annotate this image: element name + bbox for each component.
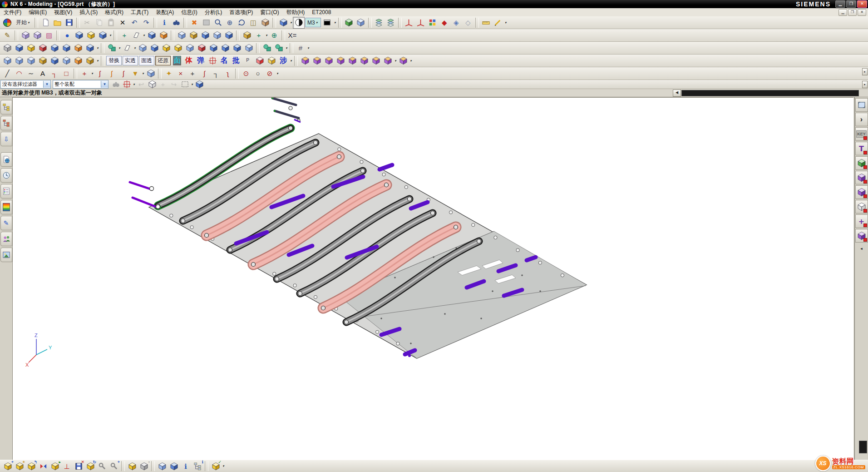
view-background-icon-dropdown[interactable]: ▾ <box>333 21 337 25</box>
rectangle-select-icon[interactable] <box>179 79 190 89</box>
spring-tool-icon[interactable]: 弹 <box>195 55 207 67</box>
collapse-arrow-icon[interactable]: ◂ <box>860 246 863 251</box>
boss-icon[interactable] <box>85 30 97 41</box>
point-icon[interactable]: + <box>118 30 130 41</box>
pattern-component-icon[interactable]: ↰ <box>25 460 37 472</box>
menu-item-11[interactable]: 窗口(O) <box>256 8 282 16</box>
instance-icon[interactable] <box>219 42 231 54</box>
assembly-validation-icon[interactable]: ✓ <box>210 460 222 472</box>
prism-icon[interactable] <box>146 30 158 41</box>
point-set-icon-dropdown[interactable]: ▾ <box>265 34 268 37</box>
thicken-icon[interactable] <box>199 30 211 41</box>
sketch-icon[interactable]: ✎ <box>1 30 13 41</box>
datum-csys-icon-dropdown[interactable]: ▾ <box>118 46 121 50</box>
copy-component-icon[interactable] <box>382 55 394 67</box>
toolbar-overflow-icon[interactable]: ▸ <box>862 68 868 75</box>
extrude-icon-dropdown[interactable]: ▾ <box>108 34 112 37</box>
menu-item-5[interactable]: 格式(R) <box>101 8 127 16</box>
sphere-icon[interactable]: ● <box>61 30 73 41</box>
offset-face-icon[interactable] <box>137 42 148 54</box>
drag-selection-icon[interactable]: ↪ <box>168 79 179 89</box>
datum-axis-icon[interactable] <box>31 30 43 41</box>
delete-constraint-icon[interactable] <box>370 55 382 67</box>
menu-item-6[interactable]: 工具(T) <box>127 8 152 16</box>
edit-object-display-icon[interactable] <box>427 17 439 29</box>
undo-icon[interactable]: ↶ <box>128 17 140 29</box>
zoom-box-icon[interactable] <box>200 17 212 29</box>
clip-section-icon[interactable] <box>355 17 367 29</box>
intersection-point-icon[interactable]: ⊕ <box>268 30 280 41</box>
fit-spline-icon[interactable]: ʃ <box>106 68 118 79</box>
scroll-right-icon[interactable]: › <box>855 113 868 126</box>
name-tool-icon[interactable]: 名 <box>218 55 230 67</box>
key-library-item[interactable]: KEY <box>855 127 868 141</box>
invert-shown-icon[interactable]: ◇ <box>462 17 474 29</box>
menu-item-8[interactable]: 信息(I) <box>178 8 201 16</box>
rectangle-select-icon-dropdown[interactable]: ▾ <box>190 83 194 86</box>
trim-icon[interactable] <box>25 42 37 54</box>
selbar-overflow-icon[interactable]: ▸ <box>862 81 868 88</box>
pad-icon[interactable] <box>49 42 60 54</box>
roles-tab[interactable] <box>0 232 12 246</box>
shell-icon[interactable] <box>231 42 243 54</box>
menu-item-1[interactable]: 文件(F) <box>0 8 25 16</box>
mdi-restore-button[interactable]: ❐ <box>848 9 857 16</box>
move-component-icon[interactable] <box>299 55 311 67</box>
bushing-library-item[interactable] <box>855 200 868 214</box>
recall-selection-icon[interactable]: ↩ <box>136 79 147 89</box>
more-features-icon-dropdown[interactable]: ▾ <box>96 46 99 50</box>
csys-tool-icon-dropdown[interactable]: ▾ <box>285 46 288 50</box>
cross-bolt-library-item[interactable]: + <box>855 214 868 228</box>
pan-view-icon[interactable]: ◫ <box>247 17 259 29</box>
redo-icon[interactable]: ↷ <box>140 17 152 29</box>
drag-component-icon[interactable] <box>323 55 335 67</box>
find-component-icon[interactable] <box>110 79 121 89</box>
expression-icon[interactable]: X= <box>286 30 298 41</box>
datum-plane2-icon-dropdown[interactable]: ▾ <box>133 46 137 50</box>
conic-icon-dropdown[interactable]: ▾ <box>276 72 279 75</box>
replace-face-icon[interactable] <box>148 42 160 54</box>
patch-icon[interactable] <box>243 42 255 54</box>
selection-point-icon[interactable] <box>121 79 132 89</box>
divide-curve-icon[interactable]: + <box>187 68 198 79</box>
view-background-icon[interactable] <box>321 17 333 29</box>
gallery-tab[interactable] <box>0 248 12 262</box>
chamfer-curve-icon[interactable]: ʅ <box>222 68 234 79</box>
point-curve-icon[interactable]: + <box>79 68 90 79</box>
visualization-tab[interactable]: ✎ <box>0 216 12 230</box>
bridge-surface-icon[interactable] <box>60 55 72 67</box>
viewport-canvas[interactable]: ZXY <box>13 98 853 460</box>
sequence-icon[interactable]: ▫ <box>138 460 150 472</box>
remember-constraints-icon[interactable]: ✕ <box>73 460 84 472</box>
face-translucency-button[interactable]: 面透 <box>139 56 154 65</box>
line-icon[interactable]: ╱ <box>1 68 13 79</box>
view-layout-m3-button[interactable]: M3▾ <box>305 18 321 27</box>
open-inside-icon[interactable] <box>194 79 205 89</box>
materials-tab[interactable] <box>0 200 12 214</box>
zoom-in-out-icon[interactable]: ⊕ <box>224 17 236 29</box>
delete-icon[interactable]: ✕ <box>117 17 128 29</box>
mirror-assembly-icon[interactable] <box>37 460 49 472</box>
corner-icon[interactable]: ┐ <box>49 68 60 79</box>
menu-item-10[interactable]: 首选项(P) <box>226 8 256 16</box>
wave-interface-icon[interactable]: + <box>108 460 120 472</box>
solid-translucency-button[interactable]: 实透 <box>123 56 138 65</box>
full-screen-icon[interactable] <box>855 98 868 112</box>
assembly-information-icon[interactable]: ℹ <box>180 460 192 472</box>
copy-icon[interactable] <box>93 17 105 29</box>
mirror-feature-icon[interactable] <box>207 42 219 54</box>
section-surface-icon[interactable] <box>49 55 60 67</box>
rotate-component-icon[interactable] <box>311 55 323 67</box>
layer-settings-icon[interactable] <box>373 17 385 29</box>
extrude-icon[interactable] <box>97 30 108 41</box>
yellow-wire-cube-icon[interactable] <box>266 55 277 67</box>
menu-item-4[interactable]: 插入(S) <box>76 8 101 16</box>
selection-scope-dropdown-icon[interactable]: ▼ <box>101 81 108 88</box>
part-navigator-tab[interactable]: ⇩ <box>0 132 12 146</box>
paste-icon[interactable] <box>105 17 117 29</box>
datum-plane-icon[interactable] <box>20 30 31 41</box>
move-component-icon[interactable]: ▸ <box>49 460 61 472</box>
new-file-icon[interactable] <box>39 17 51 29</box>
general-selection-icon[interactable] <box>147 79 158 89</box>
delete-face-icon[interactable] <box>160 42 172 54</box>
